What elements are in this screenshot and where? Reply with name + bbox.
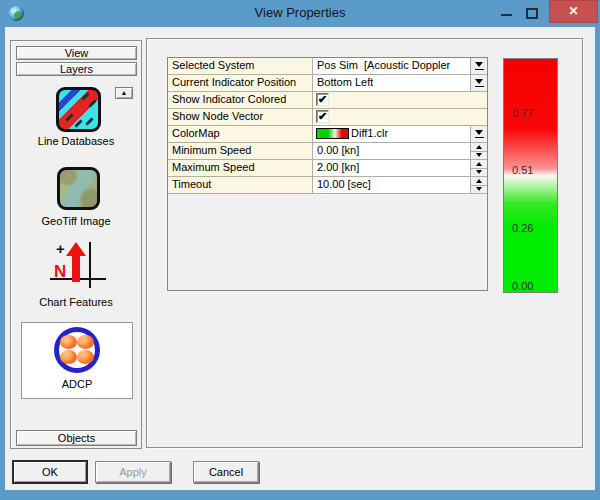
spinner-up-button[interactable]	[471, 160, 487, 169]
adcp-beam-lobe	[77, 335, 94, 349]
triangle-up-icon	[476, 162, 482, 166]
triangle-down-icon	[476, 170, 482, 174]
property-label: ColorMap	[168, 126, 313, 142]
chevron-down-icon	[475, 130, 483, 135]
dropdown-underline	[475, 137, 484, 138]
spinner-up-button[interactable]	[471, 143, 487, 152]
plus-mark: +	[56, 240, 65, 257]
show-node-vector-checkbox[interactable]: ✔	[316, 110, 329, 123]
indicator-position-value[interactable]: Bottom Left	[313, 75, 373, 91]
property-label: Current Indicator Position	[168, 75, 313, 91]
sidebar: View Layers ▲ Line Databases GeoTiff Ima…	[10, 40, 142, 449]
show-indicator-colored-cell: ✔	[313, 92, 487, 108]
show-indicator-colored-checkbox[interactable]: ✔	[316, 93, 329, 106]
timeout-value[interactable]: 10.00 [sec]	[313, 177, 371, 193]
sidebar-item-adcp-selected[interactable]: ADCP	[21, 322, 133, 399]
dash-mark	[88, 99, 96, 107]
apply-button: Apply	[95, 461, 171, 483]
property-row-timeout: Timeout 10.00 [sec]	[168, 177, 487, 194]
dash-mark	[74, 119, 82, 127]
property-label: Minimum Speed	[168, 143, 313, 159]
scale-tick-label: 0.26	[512, 222, 533, 234]
selected-system-value[interactable]: Pos Sim [Acoustic Doppler	[313, 58, 450, 74]
cancel-button[interactable]: Cancel	[193, 461, 259, 483]
property-row-minimum-speed: Minimum Speed 0.00 [kn]	[168, 143, 487, 160]
chevron-down-icon	[475, 79, 483, 84]
dropdown-arrow-button[interactable]	[470, 58, 487, 74]
north-arrow-shaft	[72, 254, 80, 282]
line-databases-icon[interactable]	[56, 87, 101, 132]
scale-tick-label: 0.51	[512, 164, 533, 176]
dash-mark	[81, 92, 89, 100]
triangle-up-icon	[476, 145, 482, 149]
property-row-current-indicator-position: Current Indicator Position Bottom Left	[168, 75, 487, 92]
spinner-up-button[interactable]	[471, 177, 487, 186]
close-button[interactable]: ✕	[549, 0, 598, 23]
ok-button[interactable]: OK	[13, 461, 87, 483]
adcp-beam-lobe	[60, 350, 77, 364]
property-label: Show Indicator Colored	[168, 92, 313, 108]
adcp-beam-lobe	[77, 350, 94, 364]
spinner-down-button[interactable]	[471, 152, 487, 160]
properties-panel: Selected System Pos Sim [Acoustic Dopple…	[146, 38, 583, 448]
adcp-icon	[54, 327, 100, 373]
dropdown-underline	[475, 69, 484, 70]
layer-label-adcp: ADCP	[22, 378, 132, 390]
maximum-speed-field[interactable]: 2.00 [kn]	[313, 160, 487, 176]
adcp-beam-lobe	[60, 335, 77, 349]
colormap-gradient-swatch	[316, 128, 349, 139]
minimum-speed-spinner[interactable]	[470, 143, 487, 159]
minimize-icon	[501, 14, 512, 16]
spinner-down-button[interactable]	[471, 169, 487, 177]
speed-color-scale: 0.77 0.51 0.26 0.00	[503, 58, 558, 293]
property-grid-empty-area	[168, 194, 487, 289]
maximize-icon	[526, 8, 538, 19]
layer-label-chart-features: Chart Features	[11, 296, 141, 308]
scale-tick-label: 0.00	[512, 280, 533, 292]
dash-mark	[85, 117, 93, 125]
north-letter: N	[54, 262, 66, 282]
spinner-down-button[interactable]	[471, 186, 487, 194]
layer-label-geotiff-image: GeoTiff Image	[11, 215, 141, 227]
dropdown-arrow-button[interactable]	[470, 126, 487, 142]
geotiff-image-icon[interactable]	[57, 167, 100, 210]
dropdown-arrow-button[interactable]	[470, 75, 487, 91]
triangle-up-icon	[476, 179, 482, 183]
minimize-button[interactable]	[496, 6, 516, 22]
triangle-down-icon	[476, 153, 482, 157]
scroll-up-button[interactable]: ▲	[115, 87, 133, 99]
property-grid: Selected System Pos Sim [Acoustic Dopple…	[167, 57, 488, 291]
timeout-spinner[interactable]	[470, 177, 487, 193]
maximum-speed-spinner[interactable]	[470, 160, 487, 176]
titlebar[interactable]: View Properties ✕	[0, 0, 600, 27]
triangle-down-icon	[476, 187, 482, 191]
property-row-maximum-speed: Maximum Speed 2.00 [kn]	[168, 160, 487, 177]
layer-label-line-databases: Line Databases	[11, 135, 141, 147]
dash-mark	[65, 113, 73, 121]
colormap-value[interactable]: Diff1.clr	[350, 126, 388, 142]
property-label: Timeout	[168, 177, 313, 193]
view-tab-button[interactable]: View	[16, 46, 137, 60]
minimum-speed-field[interactable]: 0.00 [kn]	[313, 143, 487, 159]
dropdown-underline	[475, 86, 484, 87]
minimum-speed-value[interactable]: 0.00 [kn]	[313, 143, 359, 159]
chevron-down-icon	[475, 62, 483, 67]
property-label: Maximum Speed	[168, 160, 313, 176]
view-properties-dialog: View Properties ✕ View Layers ▲ Line Dat…	[0, 0, 600, 500]
indicator-position-dropdown[interactable]: Bottom Left	[313, 75, 487, 91]
colormap-dropdown[interactable]: Diff1.clr	[313, 126, 487, 142]
show-node-vector-cell: ✔	[313, 109, 487, 125]
objects-tab-button[interactable]: Objects	[16, 430, 137, 446]
dialog-client-area: View Layers ▲ Line Databases GeoTiff Ima…	[5, 27, 595, 490]
timeout-field[interactable]: 10.00 [sec]	[313, 177, 487, 193]
property-label: Selected System	[168, 58, 313, 74]
selected-system-dropdown[interactable]: Pos Sim [Acoustic Doppler	[313, 58, 487, 74]
property-label: Show Node Vector	[168, 109, 313, 125]
property-row-show-indicator-colored: Show Indicator Colored ✔	[168, 92, 487, 109]
layers-tab-button[interactable]: Layers	[16, 62, 137, 76]
maximum-speed-value[interactable]: 2.00 [kn]	[313, 160, 359, 176]
chart-features-icon[interactable]: + N	[48, 242, 108, 292]
property-row-selected-system: Selected System Pos Sim [Acoustic Dopple…	[168, 58, 487, 75]
maximize-button[interactable]	[522, 6, 542, 22]
property-row-colormap: ColorMap Diff1.clr	[168, 126, 487, 143]
